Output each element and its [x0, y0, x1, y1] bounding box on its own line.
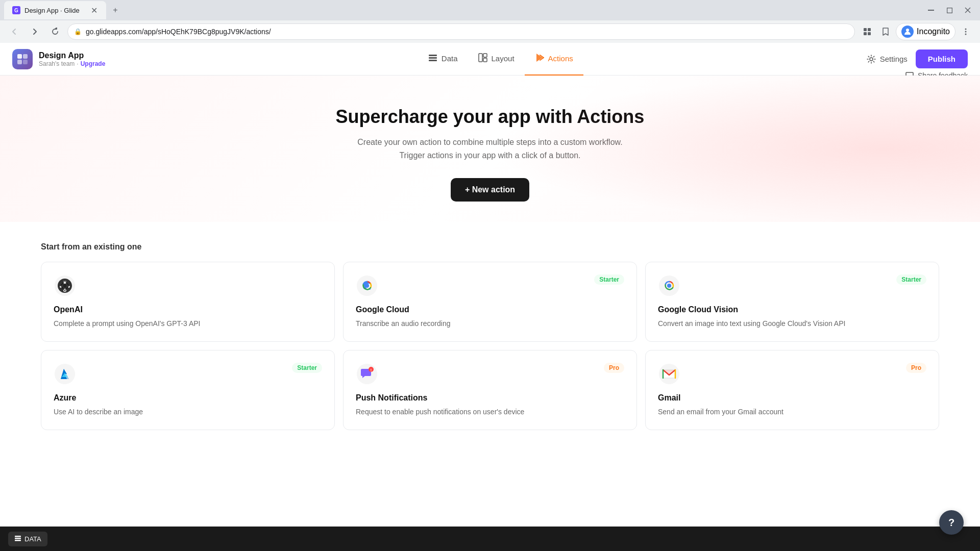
- svg-text:G: G: [14, 8, 18, 13]
- hero-title: Supercharge your app with Actions: [10, 106, 970, 128]
- app-header: Design App Sarah's team · Upgrade Data: [0, 43, 980, 76]
- svg-rect-41: [15, 538, 21, 539]
- section-title: Start from an existing one: [41, 242, 939, 252]
- google-cloud-icon: [356, 274, 378, 297]
- profile-button[interactable]: Incognito: [896, 23, 955, 40]
- ssl-lock-icon: 🔒: [74, 28, 82, 35]
- azure-card-title: Azure: [54, 393, 322, 403]
- cards-section: Start from an existing one: [0, 222, 980, 450]
- action-card-gmail[interactable]: Pro Gmail Send an email from your Gmail …: [645, 350, 939, 430]
- action-card-google-cloud-vision[interactable]: Starter Google Cloud Vision Convert an i…: [645, 262, 939, 342]
- nav-tab-actions-label: Actions: [548, 54, 573, 63]
- nav-tab-data-label: Data: [442, 54, 458, 63]
- new-tab-button[interactable]: +: [108, 3, 122, 17]
- window-close-button[interactable]: [960, 2, 976, 18]
- svg-rect-19: [429, 57, 437, 59]
- svg-point-27: [870, 58, 873, 61]
- svg-rect-7: [868, 28, 871, 31]
- hero-subtitle: Create your own action to combine multip…: [10, 136, 970, 162]
- action-card-push-notifications[interactable]: ! Pro Push Notifications Request to enab…: [343, 350, 637, 430]
- back-button[interactable]: [6, 23, 22, 40]
- actions-icon: [535, 53, 544, 64]
- nav-tab-data[interactable]: Data: [418, 43, 468, 76]
- settings-label: Settings: [880, 55, 908, 63]
- card-header-google-cloud-vision: Starter: [658, 274, 926, 297]
- browser-tab[interactable]: G Design App · Glide ✕: [4, 1, 106, 19]
- action-card-azure[interactable]: Starter Azure Use AI to describe an imag…: [41, 350, 335, 430]
- openai-card-title: OpenAI: [54, 305, 322, 314]
- hero-subtitle-line1: Create your own action to combine multip…: [357, 138, 622, 146]
- google-cloud-vision-card-title: Google Cloud Vision: [658, 305, 926, 314]
- tab-favicon: G: [12, 6, 20, 14]
- action-card-openai[interactable]: OpenAI Complete a prompt using OpenAI's …: [41, 262, 335, 342]
- svg-rect-42: [15, 540, 21, 541]
- nav-tab-layout[interactable]: Layout: [468, 43, 525, 76]
- publish-button[interactable]: Publish: [916, 49, 968, 68]
- svg-rect-14: [17, 54, 22, 59]
- help-button[interactable]: ?: [939, 510, 964, 535]
- main-content: Share feedback Supercharge your app with…: [0, 76, 980, 527]
- gmail-badge: Pro: [906, 363, 926, 373]
- azure-badge: Starter: [292, 363, 322, 373]
- card-header-google-cloud: Starter: [356, 274, 624, 297]
- svg-rect-16: [17, 60, 22, 64]
- hero-subtitle-line2: Trigger actions in your app with a click…: [399, 151, 580, 160]
- app-icon: [12, 49, 33, 69]
- nav-tab-actions[interactable]: Actions: [525, 43, 583, 76]
- new-action-button[interactable]: + New action: [451, 178, 529, 202]
- openai-card-desc: Complete a prompt using OpenAI's GPT-3 A…: [54, 318, 322, 329]
- svg-point-13: [965, 34, 967, 35]
- card-header-azure: Starter: [54, 363, 322, 385]
- svg-point-11: [965, 29, 967, 30]
- google-cloud-vision-icon: [658, 274, 680, 297]
- svg-rect-40: [15, 536, 21, 537]
- svg-point-31: [365, 284, 369, 288]
- card-header-push-notifications: ! Pro: [356, 363, 624, 385]
- google-cloud-vision-card-desc: Convert an image into text using Google …: [658, 318, 926, 329]
- extension-button[interactable]: [859, 23, 875, 40]
- svg-rect-22: [483, 54, 487, 57]
- svg-point-29: [63, 284, 66, 287]
- card-header-openai: [54, 274, 322, 297]
- gmail-card-desc: Send an email from your Gmail account: [658, 407, 926, 417]
- card-header-gmail: Pro: [658, 363, 926, 385]
- openai-icon: [54, 274, 76, 297]
- cards-grid: OpenAI Complete a prompt using OpenAI's …: [41, 262, 939, 430]
- action-card-google-cloud[interactable]: Starter Google Cloud Transcribe an audio…: [343, 262, 637, 342]
- settings-button[interactable]: Settings: [867, 55, 908, 64]
- menu-button[interactable]: [958, 23, 974, 40]
- nav-tab-layout-label: Layout: [492, 54, 514, 63]
- svg-point-12: [965, 31, 967, 33]
- reload-button[interactable]: [47, 23, 63, 40]
- profile-label: Incognito: [917, 27, 950, 36]
- svg-rect-20: [429, 60, 437, 61]
- bottom-bar: DATA: [0, 527, 980, 551]
- svg-point-10: [906, 29, 909, 32]
- svg-rect-2: [928, 10, 934, 11]
- push-notifications-card-title: Push Notifications: [356, 393, 624, 403]
- google-cloud-card-desc: Transcribe an audio recording: [356, 318, 624, 329]
- google-cloud-badge: Starter: [594, 274, 624, 285]
- tab-close-button[interactable]: ✕: [90, 6, 98, 14]
- tab-title: Design App · Glide: [24, 7, 86, 14]
- app-team: Sarah's team · Upgrade: [39, 60, 105, 67]
- svg-rect-17: [23, 60, 28, 64]
- push-notifications-card-desc: Request to enable push notifications on …: [356, 407, 624, 417]
- bottom-tab-data-icon: [14, 535, 21, 543]
- window-minimize-button[interactable]: [923, 2, 939, 18]
- upgrade-link[interactable]: Upgrade: [81, 60, 106, 67]
- address-bar[interactable]: 🔒 go.glideapps.com/app/sHoQEhK79BCg8pugJ…: [67, 23, 855, 40]
- svg-rect-6: [864, 28, 867, 31]
- hero-section: Supercharge your app with Actions Create…: [0, 76, 980, 222]
- data-icon: [428, 53, 437, 64]
- svg-rect-3: [947, 8, 952, 13]
- window-maximize-button[interactable]: [941, 2, 958, 18]
- bottom-tab-data-label: DATA: [24, 535, 41, 543]
- forward-button[interactable]: [27, 23, 43, 40]
- gmail-card-title: Gmail: [658, 393, 926, 403]
- google-cloud-vision-badge: Starter: [896, 274, 926, 285]
- url-text: go.glideapps.com/app/sHoQEhK79BCg8pugJV9…: [86, 28, 848, 36]
- bottom-tab-data[interactable]: DATA: [8, 532, 47, 546]
- profile-avatar: [901, 26, 914, 38]
- bookmark-button[interactable]: [877, 23, 894, 40]
